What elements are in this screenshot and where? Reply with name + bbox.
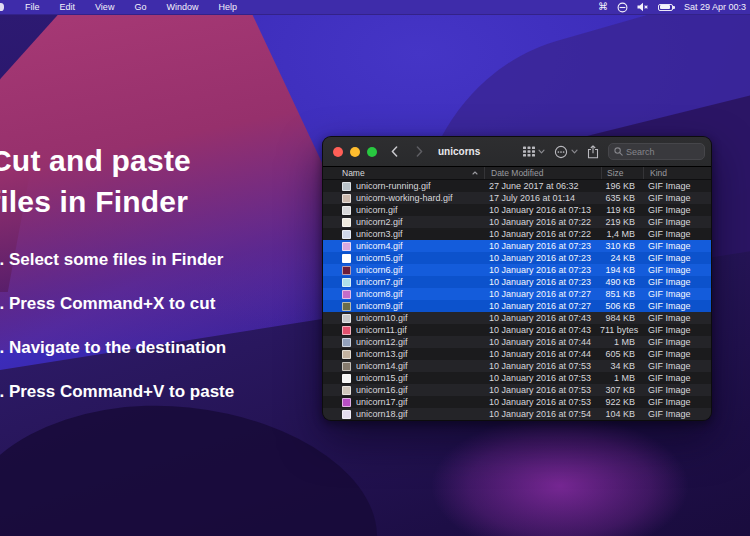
table-row[interactable]: unicorn16.gif 10 January 2016 at 07:53 3… — [323, 384, 711, 396]
file-kind: GIF Image — [642, 385, 711, 395]
file-kind: GIF Image — [642, 217, 711, 227]
chevron-down-icon — [538, 149, 545, 154]
file-name: unicorn.gif — [356, 205, 483, 215]
zoom-button[interactable] — [367, 147, 377, 157]
menu-file[interactable]: File — [15, 2, 50, 12]
file-date: 10 January 2016 at 07:27 — [483, 289, 600, 299]
tutorial-step-2: 2. Press Command+X to cut — [0, 294, 320, 314]
file-icon — [342, 278, 351, 287]
file-icon — [342, 182, 351, 191]
minimize-button[interactable] — [350, 147, 360, 157]
column-headers: Name Date Modified Size Kind — [323, 167, 711, 180]
file-date: 27 June 2017 at 06:32 — [483, 181, 600, 191]
grid-view-icon — [523, 146, 535, 157]
search-field[interactable] — [608, 143, 705, 160]
file-kind: GIF Image — [642, 265, 711, 275]
file-date: 10 January 2016 at 07:27 — [483, 301, 600, 311]
file-list: unicorn-running.gif 27 June 2017 at 06:3… — [323, 180, 711, 420]
table-row[interactable]: unicorn.gif 10 January 2016 at 07:13 119… — [323, 204, 711, 216]
menu-view[interactable]: View — [85, 2, 124, 12]
file-size: 194 KB — [600, 265, 642, 275]
table-row[interactable]: unicorn4.gif 10 January 2016 at 07:23 31… — [323, 240, 711, 252]
menu-clock[interactable]: Sat 29 Apr 00:3 — [684, 2, 750, 12]
view-options-button[interactable] — [523, 146, 545, 157]
file-size: 1 MB — [600, 373, 642, 383]
file-size: 119 KB — [600, 205, 642, 215]
file-kind: GIF Image — [642, 349, 711, 359]
column-header-date-modified[interactable]: Date Modified — [484, 167, 601, 179]
command-icon[interactable]: ⌘ — [598, 2, 608, 13]
file-size: 24 KB — [600, 253, 642, 263]
column-header-size[interactable]: Size — [601, 167, 643, 179]
column-header-size-label: Size — [607, 168, 624, 178]
tutorial-text: Cut and pastefiles in Finder 1. Select s… — [0, 140, 320, 426]
file-name: unicorn7.gif — [356, 277, 483, 287]
table-row[interactable]: unicorn9.gif 10 January 2016 at 07:27 50… — [323, 300, 711, 312]
table-row[interactable]: unicorn12.gif 10 January 2016 at 07:44 1… — [323, 336, 711, 348]
menu-bar-left: File Edit View Go Window Help — [0, 2, 247, 12]
file-date: 10 January 2016 at 07:53 — [483, 385, 600, 395]
table-row[interactable]: unicorn14.gif 10 January 2016 at 07:53 3… — [323, 360, 711, 372]
file-size: 490 KB — [600, 277, 642, 287]
apple-menu-partial-icon[interactable] — [0, 3, 4, 11]
tutorial-steps: 1. Select some files in Finder 2. Press … — [0, 250, 320, 402]
table-row[interactable]: unicorn5.gif 10 January 2016 at 07:23 24… — [323, 252, 711, 264]
more-actions-button[interactable] — [554, 145, 578, 159]
mute-icon[interactable] — [637, 2, 649, 13]
table-row[interactable]: unicorn-running.gif 27 June 2017 at 06:3… — [323, 180, 711, 192]
file-name: unicorn15.gif — [356, 373, 483, 383]
file-kind: GIF Image — [642, 397, 711, 407]
back-button[interactable] — [387, 144, 401, 160]
file-name: unicorn3.gif — [356, 229, 483, 239]
control-center-icon[interactable] — [617, 2, 628, 13]
file-kind: GIF Image — [642, 205, 711, 215]
menu-go[interactable]: Go — [124, 2, 156, 12]
tutorial-step-1: 1. Select some files in Finder — [0, 250, 320, 270]
file-name: unicorn8.gif — [356, 289, 483, 299]
table-row[interactable]: unicorn2.gif 10 January 2016 at 07:22 21… — [323, 216, 711, 228]
file-icon — [342, 374, 351, 383]
file-size: 310 KB — [600, 241, 642, 251]
table-row[interactable]: unicorn17.gif 10 January 2016 at 07:53 9… — [323, 396, 711, 408]
file-size: 605 KB — [600, 349, 642, 359]
table-row[interactable]: unicorn6.gif 10 January 2016 at 07:23 19… — [323, 264, 711, 276]
file-date: 10 January 2016 at 07:23 — [483, 277, 600, 287]
tutorial-title-line1: Cut and paste — [0, 144, 191, 177]
window-titlebar[interactable]: unicorns — [323, 137, 711, 167]
forward-button[interactable] — [412, 144, 426, 160]
search-input[interactable] — [626, 147, 696, 157]
file-name: unicorn9.gif — [356, 301, 483, 311]
column-header-name[interactable]: Name — [323, 167, 484, 179]
menu-help[interactable]: Help — [208, 2, 247, 12]
file-name: unicorn12.gif — [356, 337, 483, 347]
table-row[interactable]: unicorn8.gif 10 January 2016 at 07:27 85… — [323, 288, 711, 300]
share-icon — [587, 145, 599, 159]
file-size: 104 KB — [600, 409, 642, 419]
table-row[interactable]: unicorn3.gif 10 January 2016 at 07:22 1,… — [323, 228, 711, 240]
menu-edit[interactable]: Edit — [50, 2, 86, 12]
table-row[interactable]: unicorn7.gif 10 January 2016 at 07:23 49… — [323, 276, 711, 288]
file-name: unicorn-working-hard.gif — [356, 193, 483, 203]
file-icon — [342, 398, 351, 407]
battery-icon[interactable] — [658, 4, 673, 11]
file-kind: GIF Image — [642, 301, 711, 311]
column-header-kind[interactable]: Kind — [643, 167, 711, 179]
file-name: unicorn6.gif — [356, 265, 483, 275]
file-name: unicorn4.gif — [356, 241, 483, 251]
file-date: 10 January 2016 at 07:22 — [483, 229, 600, 239]
menu-window[interactable]: Window — [156, 2, 208, 12]
table-row[interactable]: unicorn10.gif 10 January 2016 at 07:43 9… — [323, 312, 711, 324]
table-row[interactable]: unicorn15.gif 10 January 2016 at 07:53 1… — [323, 372, 711, 384]
file-date: 10 January 2016 at 07:43 — [483, 313, 600, 323]
table-row[interactable]: unicorn13.gif 10 January 2016 at 07:44 6… — [323, 348, 711, 360]
file-size: 219 KB — [600, 217, 642, 227]
tutorial-title-line2: files in Finder — [0, 185, 188, 218]
file-name: unicorn18.gif — [356, 409, 483, 419]
file-kind: GIF Image — [642, 325, 711, 335]
menu-bar-status: ⌘ Sat 29 Apr 00:3 — [598, 2, 750, 13]
table-row[interactable]: unicorn18.gif 10 January 2016 at 07:54 1… — [323, 408, 711, 420]
share-button[interactable] — [587, 145, 599, 159]
table-row[interactable]: unicorn-working-hard.gif 17 July 2016 at… — [323, 192, 711, 204]
table-row[interactable]: unicorn11.gif 10 January 2016 at 07:43 7… — [323, 324, 711, 336]
close-button[interactable] — [333, 147, 343, 157]
